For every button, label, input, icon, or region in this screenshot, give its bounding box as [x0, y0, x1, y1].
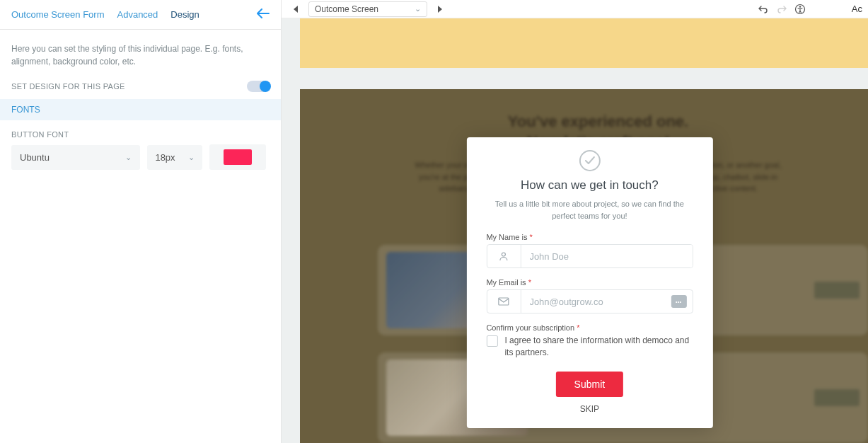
canvas-topbar: Outcome Screen ⌄ Ac	[282, 0, 868, 18]
mail-icon	[487, 290, 521, 313]
font-family-select[interactable]: Ubuntu ⌄	[11, 145, 140, 170]
intro-text: Here you can set the styling of this ind…	[11, 42, 270, 68]
main-canvas-area: Outcome Screen ⌄ Ac	[282, 0, 868, 443]
check-circle-icon	[579, 150, 600, 171]
email-input-wrap: •••	[486, 289, 693, 313]
redo-icon[interactable]	[772, 0, 791, 18]
user-icon	[487, 245, 521, 267]
modal-title: How can we get in touch?	[486, 178, 693, 192]
topbar-left: Outcome Screen ⌄	[286, 0, 450, 18]
page-select-value: Outcome Screen	[315, 4, 378, 14]
font-size-select[interactable]: 18px ⌄	[147, 145, 202, 170]
toggle-label: SET DESIGN FOR THIS PAGE	[11, 82, 125, 91]
svg-point-2	[502, 253, 505, 256]
breadcrumb: Outcome Screen Form Advanced Design	[11, 9, 199, 20]
skip-link[interactable]: SKIP	[486, 404, 693, 414]
font-color-picker[interactable]	[209, 144, 266, 170]
chevron-down-icon: ⌄	[188, 153, 195, 162]
consent-text: I agree to share the information with de…	[504, 335, 693, 359]
chevron-down-icon: ⌄	[125, 153, 132, 162]
consent-checkbox[interactable]	[486, 335, 497, 347]
crumb-design[interactable]: Design	[170, 9, 199, 20]
input-badge-icon: •••	[671, 295, 686, 308]
topbar-right-text: Ac	[852, 4, 864, 14]
email-input[interactable]	[521, 290, 671, 313]
sidebar-body: Here you can set the styling of this ind…	[0, 30, 281, 170]
svg-point-1	[799, 6, 801, 7]
sidebar-header: Outcome Screen Form Advanced Design	[0, 0, 281, 30]
last-page-icon[interactable]	[432, 0, 450, 18]
consent-row: I agree to share the information with de…	[486, 335, 693, 359]
lead-form-modal: How can we get in touch? Tell us a littl…	[466, 137, 712, 428]
submit-button[interactable]: Submit	[556, 372, 624, 397]
page-select[interactable]: Outcome Screen ⌄	[308, 1, 427, 17]
back-arrow-icon[interactable]	[257, 7, 270, 22]
crumb-outcome-screen-form[interactable]: Outcome Screen Form	[11, 9, 105, 20]
yellow-banner	[300, 18, 868, 68]
card-button[interactable]	[814, 282, 860, 299]
name-input[interactable]	[521, 245, 692, 267]
fonts-section-header: FONTS	[0, 99, 281, 120]
accessibility-icon[interactable]	[791, 0, 809, 18]
font-controls-row: Ubuntu ⌄ 18px ⌄	[11, 144, 270, 170]
color-swatch-preview	[224, 149, 252, 165]
button-font-label: BUTTON FONT	[11, 130, 270, 139]
font-family-value: Ubuntu	[20, 152, 50, 163]
first-page-icon[interactable]	[286, 0, 304, 18]
set-design-toggle-row: SET DESIGN FOR THIS PAGE	[11, 81, 270, 92]
headline-1: You've experienced one.	[385, 112, 811, 132]
undo-icon[interactable]	[754, 0, 772, 18]
svg-rect-3	[499, 298, 509, 305]
email-label: My Email is *	[486, 278, 693, 287]
confirm-label: Confirm your subscription *	[486, 323, 693, 332]
name-label: My Name is *	[486, 233, 693, 241]
topbar-right: Ac	[754, 0, 864, 18]
modal-subtitle: Tell us a little bit more about project,…	[486, 198, 693, 222]
design-sidebar: Outcome Screen Form Advanced Design Here…	[0, 0, 282, 443]
crumb-advanced[interactable]: Advanced	[117, 9, 158, 20]
chevron-down-icon: ⌄	[415, 4, 421, 13]
set-design-toggle[interactable]	[247, 81, 270, 92]
card-button[interactable]	[814, 389, 860, 406]
name-input-wrap	[486, 244, 693, 268]
font-size-value: 18px	[155, 152, 175, 163]
